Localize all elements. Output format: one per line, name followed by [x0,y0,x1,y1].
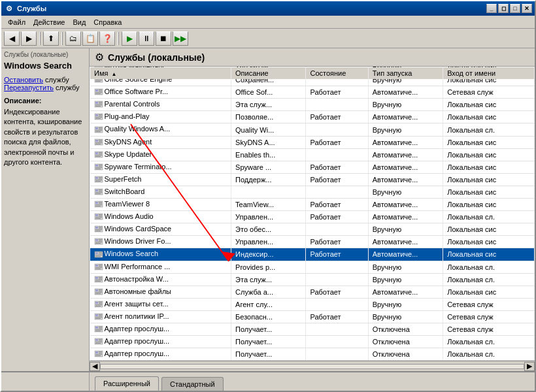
menu-file[interactable]: Файл [4,17,29,27]
help-button[interactable]: ❓ [99,31,115,46]
service-status-cell: Работает [306,211,368,223]
service-login-cell: Локальная сис [443,248,535,261]
svg-rect-140 [99,351,102,352]
table-row[interactable]: Windows AudioУправлен...РаботаетАвтомати… [90,211,535,223]
svg-rect-44 [99,152,102,153]
svg-rect-23 [95,106,101,106]
restart-button[interactable]: ▶▶ [173,31,188,46]
menu-help[interactable]: Справка [90,17,126,27]
svg-rect-95 [95,256,101,257]
service-login-cell: Сетевая служ [443,323,535,335]
svg-rect-135 [99,340,102,341]
service-login-cell: Локальная сис [443,199,535,211]
table-row[interactable]: TeamViewer 8TeamView...РаботаетАвтоматич… [90,199,535,211]
maximize-button[interactable]: □ [510,4,520,13]
description-header: Описание: [4,97,86,105]
table-row[interactable]: Адаптер прослуш...Получает...ОтключенаЛо… [90,348,535,361]
service-startup-cell: Автоматиче... [368,136,443,148]
minimize-button[interactable]: _ [486,4,497,13]
sort-arrow: ▲ [111,71,116,77]
tab-extended[interactable]: Расширенный [95,376,159,391]
service-desc-cell [231,186,306,198]
table-row[interactable]: Автономные файлыСлужба а...РаботаетАвтом… [90,286,535,298]
services-table-container[interactable]: Имя ▲ Описание Состояние Тип запуска Вхо… [90,67,535,361]
svg-rect-63 [99,191,102,191]
col-header-desc[interactable]: Описание [231,67,306,79]
table-row[interactable]: SkyDNS AgentSkyDNS A...РаботаетАвтоматич… [90,136,535,148]
stop-button[interactable]: ⏹ [156,31,171,46]
table-row[interactable]: Windows Driver Fo...Управлен...РаботаетА… [90,236,535,248]
service-startup-cell: Отключена [368,348,443,361]
scroll-right-button[interactable]: ▶ [524,362,535,371]
status-bar: Расширенный Стандартный [1,371,535,391]
scroll-track[interactable] [100,364,524,369]
service-desc-cell: Quality Wi... [231,123,306,136]
service-login-cell: Локальная сис [443,136,535,148]
table-row[interactable]: SuperFetchПоддерж...РаботаетАвтоматиче..… [90,173,535,186]
svg-rect-82 [95,229,102,230]
service-startup-cell: Автоматиче... [368,236,443,248]
restart-service-link[interactable]: Перезапустить [4,84,54,91]
service-icon [94,312,103,321]
col-header-name[interactable]: Имя ▲ [90,67,231,79]
table-row[interactable]: Parental ControlsЭта служ...ВручнуюЛокал… [90,99,535,111]
table-row[interactable]: WMI Performance ...Provides p...ВручнуюЛ… [90,261,535,273]
service-desc-cell: Provides p... [231,261,306,273]
table-row[interactable]: Автонастройка W...Эта служ...ВручнуюЛока… [90,273,535,286]
col-header-status[interactable]: Состояние [306,67,368,79]
table-row[interactable]: Адаптер прослуш...Получает...ОтключенаЛо… [90,336,535,348]
col-header-startup[interactable]: Тип запуска [368,67,443,79]
horizontal-scrollbar[interactable]: ◀ ▶ [90,361,535,371]
forward-button[interactable]: ▶ [21,31,37,46]
description-text: Индексирование контента, кэширование сво… [4,107,86,167]
back-button[interactable]: ◀ [4,31,20,46]
table-row[interactable]: SwitchBoardВручнуюЛокальная сис [90,186,535,198]
service-name-cell: Агент защиты сет... [90,298,231,310]
table-row[interactable]: Plug-and-PlayПозволяе...РаботаетАвтомати… [90,111,535,123]
menu-view[interactable]: Вид [69,17,90,27]
export-button[interactable]: 📋 [82,31,98,46]
svg-rect-33 [99,129,102,129]
service-icon [94,263,103,272]
table-row[interactable]: Windows CardSpaceЭто обес...ВручнуюЛокал… [90,223,535,236]
svg-rect-34 [95,130,102,131]
show-hide-button[interactable]: 🗂 [65,31,81,46]
restore-button[interactable]: ◻ [498,4,509,13]
menu-action[interactable]: Действие [29,17,69,27]
close-button[interactable]: ✕ [522,4,532,13]
service-desc-cell: Enables th... [231,148,306,161]
service-startup-cell: Отключена [368,323,443,335]
service-desc-cell: Безопасн... [231,310,306,323]
service-desc-cell: Получает... [231,336,306,348]
service-desc-cell: Индексир... [231,248,306,261]
table-row[interactable]: Skype UpdaterEnables th...Автоматиче...Л… [90,148,535,161]
table-row[interactable]: Windows SearchИндексир...РаботаетАвтомат… [90,248,535,261]
table-row[interactable]: Spyware Terminato...Spyware ...РаботаетА… [90,161,535,173]
table-row[interactable]: Quality Windows A...Quality Wi...Вручную… [90,123,535,136]
table-row[interactable]: Office Software Pr...Office Sof...Работа… [90,86,535,99]
up-button[interactable]: ⬆ [43,31,59,46]
pause-button[interactable]: ⏸ [139,31,154,46]
table-row[interactable]: Агент политики IP...Безопасн...РаботаетВ… [90,310,535,323]
tab-standard[interactable]: Стандартный [161,377,224,391]
scroll-left-button[interactable]: ◀ [90,362,100,371]
service-login-cell: Локальная сл. [443,336,535,348]
svg-rect-85 [95,239,98,241]
service-name-cell: Skype Updater [90,148,231,161]
play-button[interactable]: ▶ [122,31,137,46]
service-startup-cell: Автоматиче... [368,248,443,261]
col-header-login[interactable]: Вход от имени [443,67,535,79]
restart-service-action: Перезапустить службу [4,84,86,91]
service-status-cell [306,348,368,361]
service-name-cell: Агент политики IP... [90,310,231,323]
service-name-cell: Автонастройка W... [90,273,231,286]
service-login-cell: Локальная сис [443,111,535,123]
svg-rect-92 [99,252,102,253]
service-login-cell: Локальная сл. [443,123,535,136]
table-row[interactable]: Агент защиты сет...Агент слу...ВручнуюСе… [90,298,535,310]
stop-service-link[interactable]: Остановить [4,76,43,84]
service-status-cell: Работает [306,111,368,123]
svg-rect-73 [95,214,98,216]
service-status-cell: Работает [306,199,368,211]
table-row[interactable]: Адаптер прослуш...Получает...ОтключенаСе… [90,323,535,335]
